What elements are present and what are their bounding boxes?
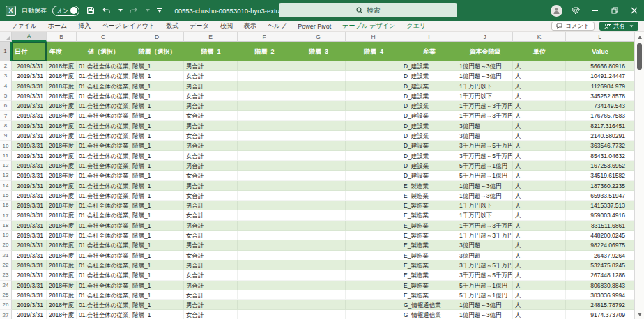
- cell-E26[interactable]: 男合計: [184, 300, 238, 310]
- cell-A11[interactable]: 2019/3/31: [12, 151, 47, 161]
- cell-I18[interactable]: E_製造業: [401, 221, 457, 231]
- cell-K26[interactable]: 人: [513, 300, 566, 310]
- cell-C22[interactable]: 01.会社全体の従業員: [77, 260, 130, 270]
- cell-C23[interactable]: 01.会社全体の従業員: [77, 270, 130, 280]
- cell-H27[interactable]: [346, 310, 401, 319]
- cell-L7[interactable]: 176765.7583: [566, 111, 634, 120]
- cell-L25[interactable]: 383036.9994: [566, 290, 634, 300]
- cell-L13[interactable]: 34519.61582: [566, 171, 634, 180]
- row-number-12[interactable]: 12: [0, 161, 12, 171]
- cell-C3[interactable]: 01.会社全体の従業員: [77, 71, 130, 81]
- cell-D2[interactable]: 階層_1: [130, 61, 184, 71]
- cell-C5[interactable]: 01.会社全体の従業員: [77, 91, 130, 101]
- cell-B5[interactable]: 2018年度: [47, 91, 77, 101]
- cell-C13[interactable]: 01.会社全体の従業員: [77, 171, 130, 180]
- cell-E25[interactable]: 女合計: [184, 290, 238, 300]
- column-header-H[interactable]: H: [346, 32, 401, 42]
- cell-G8[interactable]: [291, 121, 346, 131]
- cell-J11[interactable]: 3千万円超～5千万円: [457, 151, 513, 161]
- cell-J22[interactable]: 3千万円超～5千万円: [457, 260, 513, 270]
- scrollbar-thumb[interactable]: [637, 43, 642, 70]
- cell-I12[interactable]: D_建設業: [401, 161, 457, 171]
- cell-F12[interactable]: [238, 161, 291, 171]
- cell-L27[interactable]: 9174.373709: [566, 310, 634, 319]
- cell-A19[interactable]: 2019/3/31: [12, 231, 47, 240]
- cell-A7[interactable]: 2019/3/31: [12, 111, 47, 120]
- cell-B27[interactable]: 2018年度: [47, 310, 77, 319]
- ribbon-tab-0[interactable]: ファイル: [6, 22, 43, 31]
- cell-G7[interactable]: [291, 111, 346, 120]
- cell-H20[interactable]: [346, 240, 401, 250]
- cell-E20[interactable]: 男合計: [184, 240, 238, 250]
- ribbon-tab-4[interactable]: 数式: [160, 22, 184, 31]
- cell-L15[interactable]: 65933.51947: [566, 191, 634, 201]
- cell-K18[interactable]: 人: [513, 221, 566, 231]
- cell-L21[interactable]: 26437.9264: [566, 251, 634, 260]
- header-cell-L1[interactable]: Value: [566, 42, 634, 61]
- cell-C26[interactable]: 01.会社全体の従業員: [77, 300, 130, 310]
- cell-I21[interactable]: E_製造業: [401, 251, 457, 260]
- restore-button[interactable]: [605, 0, 624, 21]
- column-header-L[interactable]: L: [566, 32, 634, 42]
- cell-G4[interactable]: [291, 81, 346, 91]
- cell-A24[interactable]: 2019/3/31: [12, 281, 47, 290]
- cell-A5[interactable]: 2019/3/31: [12, 91, 47, 101]
- cell-B13[interactable]: 2018年度: [47, 171, 77, 180]
- cell-A6[interactable]: 2019/3/31: [12, 101, 47, 111]
- cell-K24[interactable]: 人: [513, 281, 566, 290]
- cell-I25[interactable]: E_製造業: [401, 290, 457, 300]
- cell-H8[interactable]: [346, 121, 401, 131]
- cell-E7[interactable]: 女合計: [184, 111, 238, 120]
- cell-J20[interactable]: 3億円超: [457, 240, 513, 250]
- cell-L9[interactable]: 2140.580291: [566, 131, 634, 141]
- row-number-7[interactable]: 7: [0, 111, 12, 120]
- cell-D19[interactable]: 階層_1: [130, 231, 184, 240]
- cell-L4[interactable]: 1126984.979: [566, 81, 634, 91]
- cell-B18[interactable]: 2018年度: [47, 221, 77, 231]
- header-cell-A1[interactable]: 日付: [12, 42, 47, 61]
- cell-D22[interactable]: 階層_1: [130, 260, 184, 270]
- row-number-3[interactable]: 3: [0, 71, 12, 81]
- cell-I15[interactable]: E_製造業: [401, 191, 457, 201]
- cell-E9[interactable]: 女合計: [184, 131, 238, 141]
- row-number-22[interactable]: 22: [0, 260, 12, 270]
- cell-I3[interactable]: D_建設業: [401, 71, 457, 81]
- column-header-F[interactable]: F: [238, 32, 291, 42]
- cell-F19[interactable]: [238, 231, 291, 240]
- cell-I2[interactable]: D_建設業: [401, 61, 457, 71]
- cell-G14[interactable]: [291, 181, 346, 191]
- cell-K20[interactable]: 人: [513, 240, 566, 250]
- cell-G25[interactable]: [291, 290, 346, 300]
- cell-B11[interactable]: 2018年度: [47, 151, 77, 161]
- cell-H7[interactable]: [346, 111, 401, 120]
- cell-B10[interactable]: 2018年度: [47, 141, 77, 150]
- row-number-20[interactable]: 20: [0, 240, 12, 250]
- scroll-up-button[interactable]: [635, 32, 644, 42]
- cell-C25[interactable]: 01.会社全体の従業員: [77, 290, 130, 300]
- cell-J26[interactable]: 1億円超～3億円: [457, 300, 513, 310]
- column-header-D[interactable]: D: [130, 32, 184, 42]
- cell-G27[interactable]: [291, 310, 346, 319]
- cell-E22[interactable]: 男合計: [184, 260, 238, 270]
- row-number-23[interactable]: 23: [0, 270, 12, 280]
- cell-L20[interactable]: 98224.06975: [566, 240, 634, 250]
- row-number-2[interactable]: 2: [0, 61, 12, 71]
- cell-B3[interactable]: 2018年度: [47, 71, 77, 81]
- scroll-down-button[interactable]: [635, 309, 644, 319]
- row-number-5[interactable]: 5: [0, 91, 12, 101]
- cell-D3[interactable]: 階層_1: [130, 71, 184, 81]
- column-header-J[interactable]: J: [457, 32, 513, 42]
- cell-K27[interactable]: 人: [513, 310, 566, 319]
- cell-K6[interactable]: 人: [513, 101, 566, 111]
- vertical-scrollbar[interactable]: [634, 32, 644, 319]
- cell-A3[interactable]: 2019/3/31: [12, 71, 47, 81]
- cell-D7[interactable]: 階層_1: [130, 111, 184, 120]
- cell-L6[interactable]: 734149.543: [566, 101, 634, 111]
- cell-H13[interactable]: [346, 171, 401, 180]
- cell-B16[interactable]: 2018年度: [47, 201, 77, 210]
- cell-K5[interactable]: 人: [513, 91, 566, 101]
- cell-F5[interactable]: [238, 91, 291, 101]
- cell-H10[interactable]: [346, 141, 401, 150]
- cell-K16[interactable]: 人: [513, 201, 566, 210]
- cell-D10[interactable]: 階層_1: [130, 141, 184, 150]
